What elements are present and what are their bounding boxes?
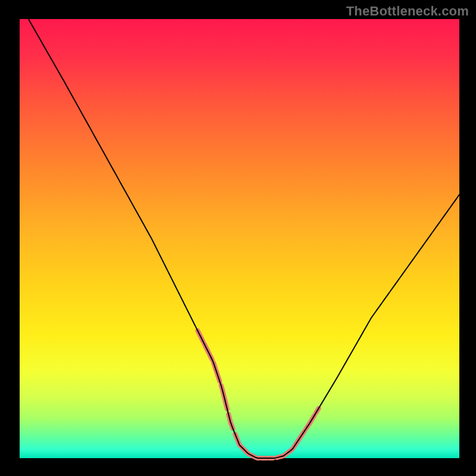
watermark-text: TheBottleneck.com (346, 4, 469, 19)
bottleneck-curve (29, 20, 459, 458)
highlight-segments (198, 331, 318, 458)
chart-svg (20, 19, 459, 458)
chart-frame: TheBottleneck.com (0, 0, 476, 476)
